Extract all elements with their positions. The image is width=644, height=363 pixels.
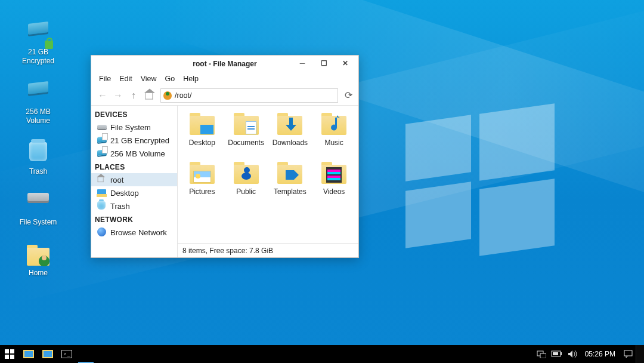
taskbar-file-manager-2[interactable] [38, 345, 57, 363]
tray-battery-icon[interactable] [549, 345, 565, 363]
folder-documents[interactable]: Documents [224, 112, 268, 161]
path-text: /root/ [175, 91, 192, 100]
taskbar-terminal[interactable]: ＞_ [57, 345, 76, 363]
desktop-icons: 21 GB Encrypted 256 MB Volume Trash File… [14, 18, 86, 294]
sidebar-head-network: NETWORK [91, 213, 177, 226]
path-input[interactable]: /root/ [160, 88, 338, 103]
svg-rect-5 [540, 353, 546, 358]
reload-button[interactable]: ⟳ [342, 88, 355, 103]
taskbar-clock[interactable]: 05:26 PM [580, 350, 620, 358]
svg-rect-3 [10, 355, 14, 359]
desktop-icon-home[interactable]: Home [14, 244, 62, 278]
statusbar: 8 items, Free space: 7.8 GiB [178, 243, 358, 257]
folder-downloads[interactable]: Downloads [268, 112, 312, 161]
home-icon [97, 175, 107, 184]
svg-rect-8 [553, 352, 558, 355]
menu-edit[interactable]: Edit [115, 73, 137, 84]
sidebar-item-encrypted[interactable]: 21 GB Encrypted [91, 134, 177, 147]
folder-public[interactable]: Public [224, 161, 268, 210]
desktop-icon [97, 188, 107, 198]
svg-rect-7 [561, 352, 562, 355]
tray-volume-icon[interactable] [565, 345, 580, 363]
sidebar-item-browse-network[interactable]: Browse Network [91, 226, 177, 239]
menu-go[interactable]: Go [161, 73, 179, 84]
sidebar-head-places: PLACES [91, 160, 177, 173]
window-minimize-button[interactable]: ─ [292, 57, 313, 70]
svg-rect-0 [5, 349, 9, 353]
status-text: 8 items, Free space: 7.8 GiB [182, 247, 273, 255]
sidebar-item-filesystem[interactable]: File System [91, 121, 177, 134]
nav-up-button[interactable]: ↑ [126, 88, 141, 103]
taskbar-running-file-manager[interactable] [76, 345, 95, 363]
sidebar-item-volume[interactable]: 256 MB Volume [91, 147, 177, 160]
menu-help[interactable]: Help [179, 73, 203, 84]
drive-icon [97, 136, 107, 145]
folder-desktop[interactable]: Desktop [180, 112, 224, 161]
drive-icon [97, 149, 107, 158]
toolbar: ← → ↑ /root/ ⟳ [91, 85, 358, 106]
folder-pictures[interactable]: Pictures [180, 161, 224, 210]
show-desktop-button[interactable] [636, 345, 644, 363]
desktop-icon-volume[interactable]: 256 MB Volume [14, 82, 62, 125]
taskbar: ＞_ 05:26 PM [0, 345, 644, 363]
file-manager-window: root - File Manager ─ ☐ ✕ File Edit View… [91, 55, 359, 258]
svg-rect-2 [5, 355, 9, 359]
tray-network-icon[interactable] [534, 345, 549, 363]
tray-notifications-icon[interactable] [620, 345, 636, 363]
user-icon [163, 91, 172, 100]
start-button[interactable] [0, 345, 19, 363]
sidebar: DEVICES File System 21 GB Encrypted 256 … [91, 106, 178, 257]
menu-file[interactable]: File [95, 73, 115, 84]
nav-back-button[interactable]: ← [95, 88, 110, 103]
sidebar-item-trash[interactable]: Trash [91, 199, 177, 213]
drive-icon [97, 122, 107, 132]
window-title: root - File Manager [193, 60, 256, 68]
window-maximize-button[interactable]: ☐ [313, 57, 335, 70]
nav-forward-button[interactable]: → [110, 88, 126, 103]
sidebar-head-devices: DEVICES [91, 107, 177, 121]
file-grid: Desktop Documents Downloads Music Pictur… [178, 106, 358, 243]
menubar: File Edit View Go Help [91, 72, 358, 85]
network-icon [97, 227, 107, 237]
menu-view[interactable]: View [137, 73, 161, 84]
svg-rect-1 [10, 349, 14, 353]
desktop-icon-filesystem[interactable]: File System [14, 193, 62, 227]
desktop-icon-trash[interactable]: Trash [14, 142, 62, 176]
svg-rect-9 [624, 350, 632, 356]
nav-home-button[interactable] [141, 88, 157, 103]
sidebar-item-root[interactable]: root [91, 173, 177, 186]
taskbar-file-manager-1[interactable] [19, 345, 38, 363]
sidebar-item-desktop[interactable]: Desktop [91, 186, 177, 199]
desktop-icon-encrypted-drive[interactable]: 21 GB Encrypted [14, 23, 62, 66]
window-close-button[interactable]: ✕ [335, 57, 356, 70]
folder-videos[interactable]: Videos [312, 161, 356, 210]
folder-templates[interactable]: Templates [268, 161, 312, 210]
trash-icon [97, 201, 107, 211]
folder-music[interactable]: Music [312, 112, 356, 161]
wallpaper-windows-logo [405, 107, 555, 257]
window-titlebar[interactable]: root - File Manager ─ ☐ ✕ [91, 56, 358, 72]
